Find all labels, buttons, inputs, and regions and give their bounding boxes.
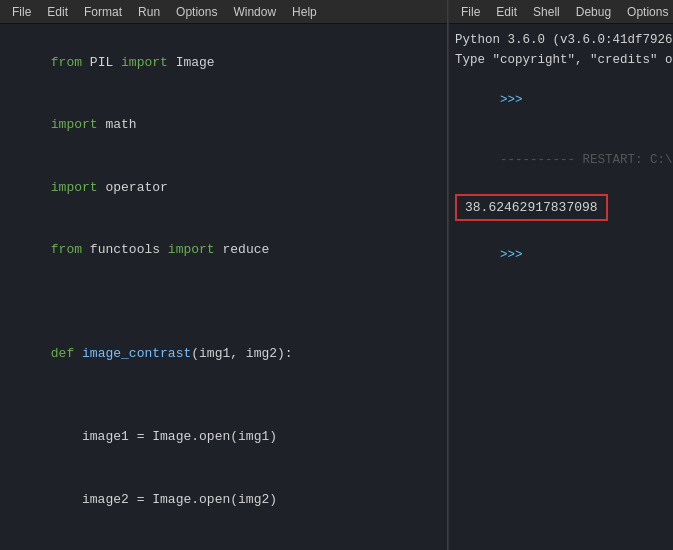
code-line-5 [4,282,444,303]
code-line-7: def image_contrast(img1, img2): [4,323,444,385]
shell-panel: File Edit Shell Debug Options Python 3.6… [448,0,673,550]
result-box: 38.62462917837098 [455,194,608,221]
editor-content[interactable]: from PIL import Image import math import… [0,24,448,550]
code-line-11 [4,531,444,550]
shell-prompt-2: >>> [455,225,667,285]
menu-run[interactable]: Run [130,3,168,21]
shell-menu-shell[interactable]: Shell [525,3,568,21]
shell-menu-edit[interactable]: Edit [488,3,525,21]
shell-menu-debug[interactable]: Debug [568,3,619,21]
code-line-3: import operator [4,157,444,219]
shell-python-version: Python 3.6.0 (v3.6.0:41df79263a11, De [455,30,667,50]
code-line-9: image1 = Image.open(img1) [4,406,444,468]
editor-menubar: File Edit Format Run Options Window Help [0,0,448,24]
shell-prompt-1: >>> [455,70,667,130]
result-value: 38.62462917837098 [465,200,598,215]
shell-menu-options[interactable]: Options [619,3,673,21]
code-line-2: import math [4,94,444,156]
menu-window[interactable]: Window [225,3,284,21]
shell-type-hint: Type "copyright", "credits" or "license(… [455,50,667,70]
result-box-container: 38.62462917837098 [455,192,667,223]
shell-restart-line: ---------- RESTART: C:\Us [455,130,667,190]
shell-menubar: File Edit Shell Debug Options [449,0,673,24]
code-line-1: from PIL import Image [4,32,444,94]
code-line-8 [4,386,444,407]
menu-options[interactable]: Options [168,3,225,21]
code-line-4: from functools import reduce [4,219,444,281]
shell-menu-file[interactable]: File [453,3,488,21]
code-line-10: image2 = Image.open(img2) [4,469,444,531]
editor-panel: File Edit Format Run Options Window Help… [0,0,448,550]
code-line-6 [4,302,444,323]
shell-content[interactable]: Python 3.6.0 (v3.6.0:41df79263a11, De Ty… [449,24,673,550]
menu-file[interactable]: File [4,3,39,21]
menu-format[interactable]: Format [76,3,130,21]
menu-help[interactable]: Help [284,3,325,21]
menu-edit[interactable]: Edit [39,3,76,21]
